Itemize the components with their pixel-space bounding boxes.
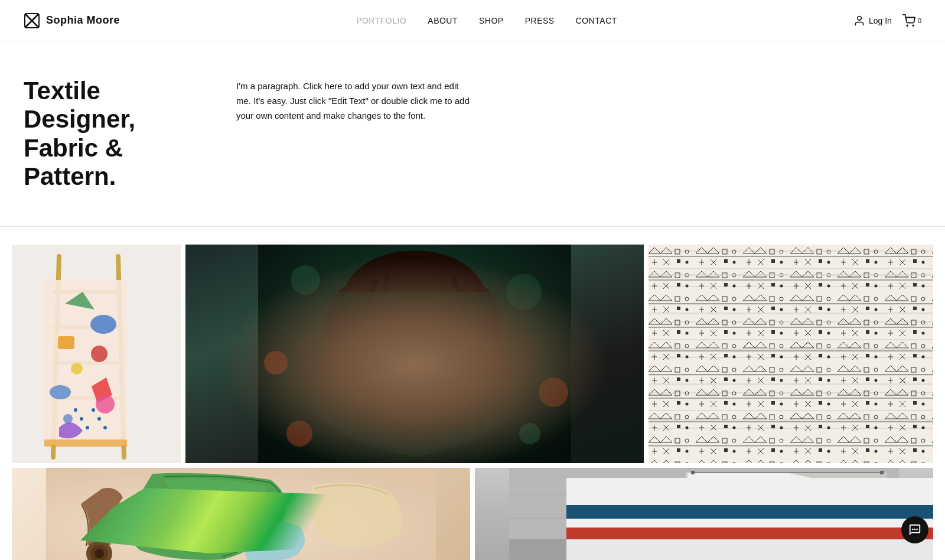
svg-point-30 <box>506 274 542 310</box>
svg-rect-27 <box>44 439 127 447</box>
svg-rect-72 <box>686 514 887 530</box>
svg-point-25 <box>97 417 101 421</box>
svg-point-17 <box>71 363 83 375</box>
svg-point-34 <box>286 421 312 447</box>
svg-rect-65 <box>509 468 899 560</box>
svg-rect-58 <box>649 383 933 385</box>
svg-point-64 <box>94 549 104 558</box>
svg-point-37 <box>383 345 405 357</box>
svg-point-24 <box>92 408 95 412</box>
svg-point-43 <box>457 286 502 375</box>
login-label: Log In <box>869 16 892 25</box>
svg-point-20 <box>63 414 73 424</box>
user-icon <box>853 15 865 27</box>
svg-rect-78 <box>880 471 884 474</box>
login-button[interactable]: Log In <box>853 15 892 27</box>
svg-point-21 <box>74 408 77 412</box>
svg-rect-59 <box>649 419 933 421</box>
svg-point-22 <box>80 417 83 421</box>
svg-rect-57 <box>649 348 933 350</box>
main-nav: PORTFOLIO ABOUT SHOP PRESS CONTACT <box>356 16 617 25</box>
hero-section: Textile Designer, Fabric & Pattern. I'm … <box>0 41 945 226</box>
svg-point-36 <box>367 295 462 425</box>
svg-point-3 <box>858 16 862 20</box>
nav-shop[interactable]: SHOP <box>479 16 504 25</box>
svg-point-26 <box>103 426 107 429</box>
nav-about[interactable]: ABOUT <box>428 16 458 25</box>
svg-point-35 <box>350 283 480 454</box>
gallery-section <box>0 227 945 560</box>
svg-point-79 <box>912 529 914 530</box>
nav-portfolio[interactable]: PORTFOLIO <box>356 16 406 25</box>
gallery-row-1 <box>12 245 933 463</box>
svg-rect-66 <box>509 539 899 560</box>
svg-rect-77 <box>691 471 695 474</box>
svg-point-41 <box>344 250 485 345</box>
svg-rect-69 <box>686 473 887 541</box>
svg-rect-55 <box>649 274 933 276</box>
gallery-item-fabric[interactable] <box>649 245 933 463</box>
svg-point-42 <box>326 286 373 380</box>
cart-count: 0 <box>918 17 921 24</box>
cart-icon <box>902 14 915 27</box>
svg-point-38 <box>425 344 446 356</box>
gallery-row-2 <box>12 468 933 560</box>
chat-button[interactable] <box>901 516 928 543</box>
cart-button[interactable]: 0 <box>902 14 921 27</box>
svg-point-32 <box>539 377 568 407</box>
svg-rect-56 <box>649 312 933 314</box>
chat-icon <box>908 523 921 536</box>
svg-point-80 <box>914 529 916 530</box>
hero-paragraph[interactable]: I'm a paragraph. Click here to add your … <box>236 77 472 123</box>
svg-point-23 <box>86 426 89 429</box>
svg-point-5 <box>913 25 914 26</box>
svg-point-33 <box>519 423 540 444</box>
gallery-item-ladder[interactable] <box>12 245 181 463</box>
svg-marker-74 <box>787 473 887 494</box>
svg-point-39 <box>388 346 400 354</box>
svg-rect-73 <box>686 530 887 541</box>
gallery-item-silk[interactable] <box>12 468 470 560</box>
hero-title: Textile Designer, Fabric & Pattern. <box>24 77 189 191</box>
gallery-item-rug[interactable] <box>475 468 933 560</box>
svg-rect-54 <box>649 245 933 463</box>
svg-rect-71 <box>686 495 887 514</box>
svg-point-19 <box>96 395 115 414</box>
nav-contact[interactable]: CONTACT <box>576 16 617 25</box>
nav-press[interactable]: PRESS <box>525 16 555 25</box>
logo[interactable]: Sophia Moore <box>24 12 120 29</box>
svg-point-31 <box>264 351 288 375</box>
svg-rect-28 <box>258 245 571 463</box>
svg-point-14 <box>90 315 116 334</box>
svg-point-4 <box>907 25 908 26</box>
svg-rect-60 <box>649 445 933 447</box>
svg-point-18 <box>50 385 71 399</box>
svg-point-81 <box>916 529 918 530</box>
header-right: Log In 0 <box>853 14 921 27</box>
svg-rect-75 <box>686 473 688 541</box>
logo-icon <box>24 12 40 29</box>
svg-point-29 <box>291 265 320 295</box>
svg-rect-15 <box>58 336 74 349</box>
svg-point-40 <box>429 345 441 353</box>
logo-text: Sophia Moore <box>46 14 120 27</box>
svg-point-16 <box>91 346 107 362</box>
gallery-item-face[interactable] <box>185 245 644 463</box>
site-header: Sophia Moore PORTFOLIO ABOUT SHOP PRESS … <box>0 0 945 41</box>
